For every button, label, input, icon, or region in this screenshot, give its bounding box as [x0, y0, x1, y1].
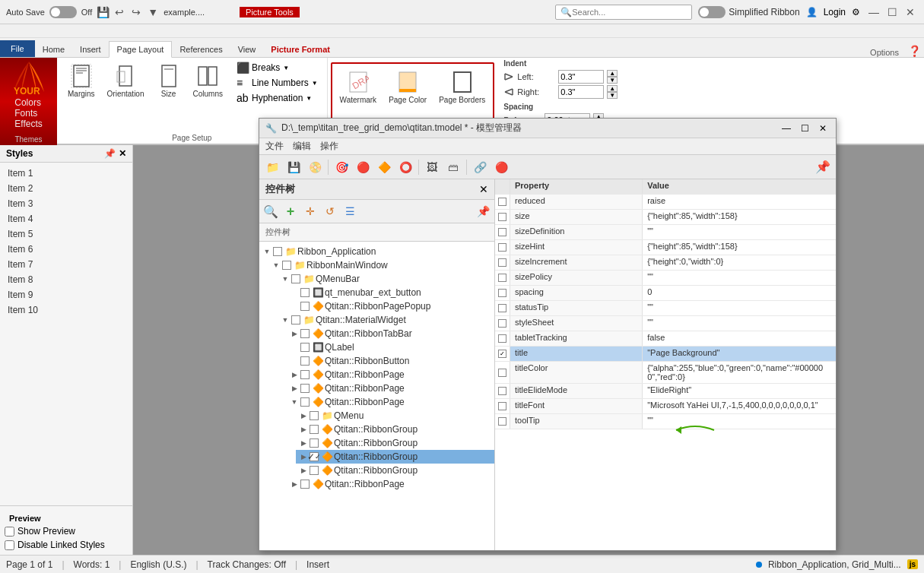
pc-statustip[interactable]: [495, 301, 510, 315]
ct-close-icon[interactable]: ✕: [479, 183, 488, 195]
expander-ribbon-main[interactable]: ▼: [271, 261, 281, 270]
indent-left-down[interactable]: ▼: [607, 77, 618, 84]
expander-mw[interactable]: ▼: [281, 315, 290, 324]
page-color-btn[interactable]: Page Color: [384, 67, 431, 107]
show-preview-checkbox[interactable]: [5, 527, 14, 537]
tree-ribbon-grp4[interactable]: ▶ 🔶 Qtitan::RibbonGroup: [296, 464, 494, 477]
pc-titlefont[interactable]: [495, 399, 510, 413]
tab-picture-format[interactable]: Picture Format: [263, 42, 338, 57]
pc-reduced[interactable]: [495, 195, 510, 209]
ct-add-icon[interactable]: +: [282, 203, 299, 220]
mm-menu-edit[interactable]: 编辑: [293, 140, 311, 153]
pcb-stylesheet[interactable]: [498, 319, 506, 328]
mm-menu-file[interactable]: 文件: [265, 140, 284, 153]
pcb-tablettracking[interactable]: [498, 334, 506, 343]
styles-pin-icon[interactable]: 📌: [104, 148, 116, 159]
indent-right-input[interactable]: [558, 85, 604, 99]
style-item-7[interactable]: Item 7: [3, 257, 129, 272]
disable-linked-cb[interactable]: Disable Linked Styles: [5, 540, 128, 550]
expander-rg4[interactable]: ▶: [299, 466, 308, 475]
mm-tool-alert-icon[interactable]: 🔴: [491, 157, 511, 177]
tree-ribbon-page3[interactable]: ▼ 🔶 Qtitan::RibbonPage: [287, 395, 494, 409]
tree-ribbon-grp2[interactable]: ▶ 🔶 Qtitan::RibbonGroup: [296, 436, 494, 450]
mm-maximize-btn[interactable]: ☐: [798, 122, 811, 135]
maximize-btn[interactable]: ☐: [884, 5, 900, 20]
mm-tool-add-icon[interactable]: 🔴: [353, 157, 373, 177]
pcb-sizehint[interactable]: [498, 243, 506, 252]
pc-spacing[interactable]: [495, 286, 510, 300]
help-icon[interactable]: ❓: [905, 45, 924, 57]
expander-rp2[interactable]: ▶: [290, 384, 299, 393]
tab-references[interactable]: References: [172, 42, 230, 57]
pc-sizehint[interactable]: [495, 240, 510, 255]
expander-rtb[interactable]: ▶: [290, 329, 299, 338]
tab-file[interactable]: File: [0, 40, 35, 57]
cb-mw[interactable]: [291, 315, 300, 324]
ct-search-icon[interactable]: 🔍: [262, 203, 279, 220]
tree-ribbon-grp1[interactable]: ▶ 🔶 Qtitan::RibbonGroup: [296, 423, 494, 436]
colors-btn[interactable]: Colors: [14, 97, 42, 108]
cb-rp3[interactable]: [300, 397, 310, 407]
redo-icon[interactable]: ↪: [130, 6, 142, 18]
style-item-8[interactable]: Item 8: [3, 272, 129, 287]
login-btn[interactable]: Login: [824, 7, 846, 17]
fonts-btn[interactable]: Fonts: [14, 108, 42, 119]
style-item-9[interactable]: Item 9: [3, 287, 129, 302]
mm-close-btn[interactable]: ✕: [816, 122, 830, 135]
pcb-spacing[interactable]: [498, 289, 506, 297]
pc-sizedef[interactable]: [495, 225, 510, 239]
size-btn[interactable]: Size: [152, 61, 186, 101]
tree-ribbon-page-popup[interactable]: 🔶 Qtitan::RibbonPagePopup: [287, 299, 494, 313]
ct-crosshair-icon[interactable]: ✛: [302, 203, 319, 220]
expander-rg2[interactable]: ▶: [299, 438, 308, 448]
cb-rp4[interactable]: [300, 480, 310, 489]
search-box[interactable]: 🔍: [555, 5, 692, 20]
indent-left-input[interactable]: [558, 70, 604, 84]
mm-tool-circle-icon[interactable]: ⭕: [395, 157, 415, 177]
pc-sizepol[interactable]: [495, 271, 510, 285]
pcb-reduced[interactable]: [498, 198, 506, 206]
mm-tool-link-icon[interactable]: 🔗: [470, 157, 490, 177]
pc-titlecolor[interactable]: [495, 362, 510, 383]
pcb-sizeinc[interactable]: [498, 258, 506, 267]
cb-ribbon-main[interactable]: [282, 261, 291, 270]
pc-sizeinc[interactable]: [495, 255, 510, 270]
indent-left-spinner[interactable]: ▲ ▼: [607, 70, 618, 84]
pc-stylesheet[interactable]: [495, 316, 510, 331]
cb-rg4[interactable]: [310, 466, 319, 475]
cb-ribbon-app[interactable]: [273, 247, 282, 256]
cb-rg1[interactable]: [310, 425, 319, 434]
settings-icon[interactable]: ⚙: [852, 7, 860, 17]
pc-tooltip[interactable]: [495, 414, 510, 429]
mm-menu-operation[interactable]: 操作: [320, 140, 338, 153]
tree-qt-ext-btn[interactable]: 🔲 qt_menubar_ext_button: [287, 286, 494, 299]
cb-qmenubar[interactable]: [291, 274, 300, 283]
cb-qm[interactable]: [310, 411, 319, 420]
tree-ribbon-page2[interactable]: ▶ 🔶 Qtitan::RibbonPage: [287, 381, 494, 395]
mm-minimize-btn[interactable]: —: [780, 122, 793, 135]
show-preview-cb[interactable]: Show Preview: [5, 526, 128, 537]
save-icon[interactable]: 💾: [97, 6, 109, 18]
tree-ribbon-page1[interactable]: ▶ 🔶 Qtitan::RibbonPage: [287, 368, 494, 381]
breaks-btn[interactable]: ⬛ Breaks ▼: [233, 61, 321, 74]
pcb-size[interactable]: [498, 213, 506, 221]
indent-left-up[interactable]: ▲: [607, 70, 618, 77]
mm-tool-save-icon[interactable]: 💾: [284, 157, 303, 177]
cb-rtb[interactable]: [300, 329, 310, 338]
ct-list-icon[interactable]: ☰: [341, 203, 358, 220]
pc-title[interactable]: [495, 347, 510, 361]
disable-linked-checkbox[interactable]: [5, 540, 14, 550]
styles-close-icon[interactable]: ✕: [119, 148, 126, 159]
mm-tool-disk-icon[interactable]: 📀: [305, 157, 325, 177]
mm-tool-pin-icon[interactable]: 📌: [813, 157, 833, 177]
expander-rp1[interactable]: ▶: [290, 370, 299, 379]
pcb-statustip[interactable]: [498, 304, 506, 312]
page-borders-btn[interactable]: Page Borders: [434, 67, 490, 107]
style-item-1[interactable]: Item 1: [3, 166, 129, 181]
tree-ribbon-tab-bar[interactable]: ▶ 🔶 Qtitan::RibbonTabBar: [287, 327, 494, 340]
line-numbers-btn[interactable]: ≡ Line Numbers ▼: [233, 76, 321, 90]
customize-icon[interactable]: ▼: [147, 6, 159, 18]
tree-qlabel[interactable]: 🔲 QLabel: [287, 340, 494, 354]
mm-tool-img2-icon[interactable]: 🗃: [443, 157, 463, 177]
simplified-toggle[interactable]: [698, 6, 726, 18]
